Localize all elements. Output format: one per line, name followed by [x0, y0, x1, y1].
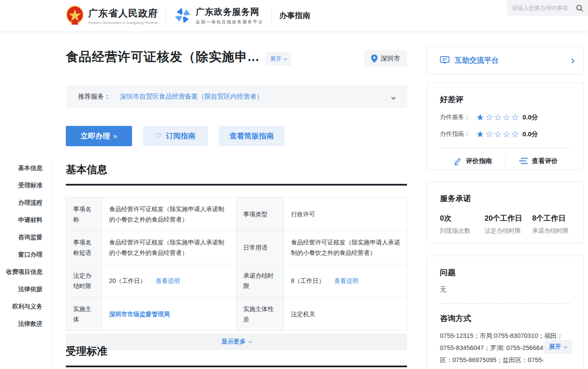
header-divider — [166, 7, 166, 24]
basic-info-table: 事项名称 食品经营许可证核发（除实施申请人承诺制的小餐饮之外的食品经营者） 事项… — [66, 197, 407, 331]
section-nav: 基本信息 受理标准 办理流程 申请材料 咨询监督 窗口办理 收费项目信息 法律依… — [0, 159, 52, 369]
title-row: 食品经营许可证核发（除实施申... 展开 深圳市 — [66, 48, 407, 66]
empty-stars-icon: ☆☆☆☆ — [485, 130, 520, 138]
implementing-agency-link[interactable]: 深圳市市场监督管理局 — [109, 311, 170, 318]
table-row: 事项名称 食品经营许可证核发（除实施申请人承诺制的小餐饮之外的食品经营者） 事项… — [66, 198, 407, 231]
national-emblem-icon — [66, 6, 84, 26]
simple-guide-label: 查看简版指南 — [229, 131, 274, 141]
stat-statutory-limit: 20个工作日 法定办结时限 — [485, 213, 532, 235]
search-input[interactable] — [512, 5, 576, 11]
rating-row-label: 办件服务： — [440, 113, 476, 121]
rating-links: 评价指南 查看评价 — [440, 148, 571, 173]
search-icon[interactable] — [576, 4, 584, 12]
city-label: 深圳市 — [381, 55, 400, 63]
promised-limit-value: 8（工作日） — [291, 277, 325, 284]
title-expand-label: 展开 — [270, 55, 281, 63]
portal-logo-subtitle: 全国一体化在线政务服务平台 — [196, 19, 263, 25]
rate-guide-label: 评价指南 — [466, 157, 492, 165]
sidebar-item-accept-standard[interactable]: 受理标准 — [0, 176, 52, 194]
page-title: 食品经营许可证核发（除实施申... — [66, 48, 259, 66]
cell-label: 实施主体性质 — [236, 298, 284, 331]
sidebar-item-materials[interactable]: 申请材料 — [0, 211, 52, 228]
sidebar-item-consult-supervise[interactable]: 咨询监督 — [0, 228, 52, 246]
mutual-exchange-card[interactable]: 互助交流平台 — [426, 46, 584, 74]
cell-label: 事项名称短语 — [66, 231, 102, 264]
half-star-icon: ★ ☆ — [476, 130, 485, 138]
cell-label: 事项名称 — [66, 198, 102, 231]
arrow-right-icon — [570, 57, 574, 64]
header-divider-2 — [271, 7, 271, 24]
rate-guide-button[interactable]: 评价指南 — [440, 157, 505, 165]
sidebar-item-legal-remedy[interactable]: 法律救济 — [0, 315, 52, 332]
cell-value: 深圳市市场监督管理局 — [102, 298, 236, 331]
action-buttons: 立即办理 » ♡ 订阅指南 查看简版指南 — [66, 126, 284, 146]
mutual-exchange-label: 互助交流平台 — [455, 55, 499, 65]
star-rating[interactable]: ★ ☆ ☆☆☆☆ — [476, 130, 520, 138]
chevron-down-icon — [564, 344, 567, 348]
half-star-icon: ★ ☆ — [476, 113, 485, 122]
sidebar-item-basic-info[interactable]: 基本信息 — [0, 159, 52, 176]
portal-logo[interactable]: 广东政务服务网 全国一体化在线政务服务平台 — [174, 6, 263, 25]
chevron-down-icon — [248, 339, 252, 343]
chat-icon — [440, 56, 449, 65]
gov-logo-title: 广东省人民政府 — [88, 7, 158, 20]
question-consult-card: 问题 无 咨询方式 0755-12315；市局:0755-83070310；福田… — [426, 256, 584, 369]
view-explanation-link[interactable]: 查看说明 — [334, 277, 359, 284]
cell-value: 法定机关 — [284, 298, 407, 331]
stat-value: 0次 — [440, 213, 485, 223]
promise-stats: 0次 到现场次数 20个工作日 法定办结时限 8个工作日 承诺办结时限 — [440, 213, 571, 235]
star-rating[interactable]: ★ ☆ ☆☆☆☆ — [476, 113, 520, 122]
cell-label: 承诺办结时限 — [236, 264, 284, 298]
cell-label: 事项类型 — [236, 198, 284, 231]
stat-value: 20个工作日 — [485, 213, 532, 223]
sidebar-item-window[interactable]: 窗口办理 — [0, 246, 52, 263]
basic-info-section: 基本信息 事项名称 食品经营许可证核发（除实施申请人承诺制的小餐饮之外的食品经营… — [66, 163, 407, 350]
stat-label: 法定办结时限 — [485, 227, 532, 235]
basic-info-heading: 基本信息 — [66, 163, 407, 186]
sidebar-item-legal-basis[interactable]: 法律依据 — [0, 280, 52, 298]
page-name: 办事指南 — [279, 10, 310, 21]
simple-guide-button[interactable]: 查看简版指南 — [219, 126, 284, 146]
promise-title: 服务承诺 — [440, 193, 571, 204]
question-content: 无 — [440, 286, 571, 294]
subscribe-guide-button[interactable]: ♡ 订阅指南 — [143, 126, 208, 146]
accept-standard-section: 受理标准 — [66, 344, 407, 367]
consult-expand-label: 展开 — [549, 343, 561, 351]
site-header: 广东省人民政府 People's Government of Guangdong… — [0, 0, 588, 31]
location-pin-icon — [371, 55, 378, 63]
stat-label: 到现场次数 — [440, 227, 485, 235]
dashed-divider — [440, 303, 571, 304]
sidebar-item-fees[interactable]: 收费项目信息 — [0, 263, 52, 280]
rating-row-guide: 办件指南： ★ ☆ ☆☆☆☆ 0.0分 — [440, 130, 571, 138]
cell-label: 实施主体 — [66, 298, 102, 331]
double-arrow-icon: » — [113, 132, 117, 141]
stat-label: 承诺办结时限 — [532, 227, 569, 235]
cell-label: 法定办结时限 — [66, 264, 102, 298]
guide-page: 广东省人民政府 People's Government of Guangdong… — [0, 0, 588, 369]
view-reviews-button[interactable]: 查看评价 — [506, 157, 571, 165]
consult-expand-button[interactable]: 展开 — [544, 340, 572, 354]
cell-value: 行政许可 — [284, 198, 407, 231]
stat-promised-limit: 8个工作日 承诺办结时限 — [532, 213, 569, 235]
recommend-collapse-button[interactable] — [392, 93, 395, 101]
stat-onsite-visits: 0次 到现场次数 — [440, 213, 485, 235]
sidebar-item-rights-obligations[interactable]: 权利与义务 — [0, 298, 52, 315]
view-explanation-link[interactable]: 查看说明 — [155, 277, 180, 284]
recommend-link[interactable]: 深圳市自贸区食品经营备案（限自贸区内经营者） — [120, 93, 263, 101]
rating-card: 好差评 办件服务： ★ ☆ ☆☆☆☆ 0.0分 办件指南： ★ ☆ ☆☆☆☆ — [426, 83, 584, 170]
gov-logo[interactable]: 广东省人民政府 People's Government of Guangdong… — [66, 6, 158, 26]
apply-now-label: 立即办理 — [81, 131, 110, 141]
apply-now-button[interactable]: 立即办理 » — [66, 126, 132, 146]
pencil-icon — [453, 157, 462, 165]
rating-row-label: 办件指南： — [440, 130, 476, 138]
gov-logo-subtitle: People's Government of Guangdong Provinc… — [88, 21, 158, 25]
cell-label: 日常用语 — [236, 231, 284, 264]
rating-score: 0.0分 — [523, 130, 538, 138]
heart-icon: ♡ — [155, 132, 162, 141]
title-expand-button[interactable]: 展开 — [265, 52, 291, 66]
chevron-down-icon — [391, 95, 396, 99]
subscribe-guide-label: 订阅指南 — [166, 131, 195, 141]
city-selector[interactable]: 深圳市 — [364, 50, 407, 67]
cell-value: 20（工作日） 查看说明 — [102, 264, 236, 298]
sidebar-item-process[interactable]: 办理流程 — [0, 194, 52, 211]
